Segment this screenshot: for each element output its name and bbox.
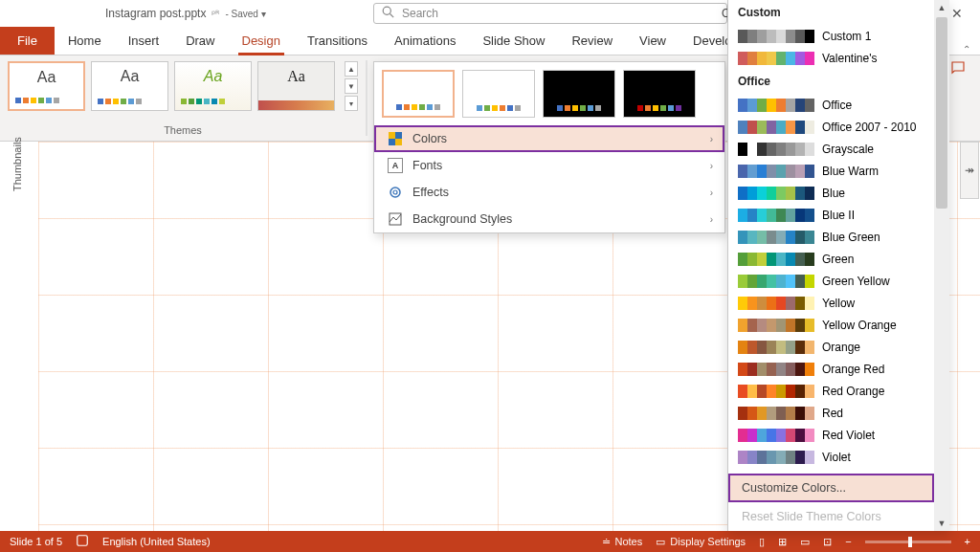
- theme-thumb-4[interactable]: Aa: [257, 61, 335, 111]
- theme-aa: Aa: [98, 68, 162, 85]
- spellcheck-icon[interactable]: [76, 534, 89, 549]
- view-normal-icon[interactable]: ▯: [759, 536, 765, 548]
- theme-aa: Aa: [181, 68, 245, 85]
- tab-home[interactable]: Home: [55, 26, 115, 55]
- comments-button[interactable]: [947, 57, 969, 78]
- variant-thumb-2[interactable]: [462, 70, 535, 118]
- theme-thumb-3[interactable]: Aa: [174, 61, 252, 111]
- color-scheme-yellow-orange[interactable]: Yellow Orange: [728, 314, 949, 336]
- zoom-slider[interactable]: [865, 541, 951, 543]
- color-scheme-orange[interactable]: Orange: [728, 336, 949, 358]
- colors-menu-item[interactable]: Colors ›: [374, 125, 724, 152]
- designer-pane-handle[interactable]: ↠: [960, 142, 979, 199]
- scheme-swatches: [738, 297, 814, 310]
- color-scheme-red-violet[interactable]: Red Violet: [728, 424, 949, 446]
- scheme-swatches: [738, 253, 814, 266]
- customize-colors-label: Customize Colors...: [742, 481, 846, 495]
- zoom-in-icon[interactable]: +: [965, 536, 970, 547]
- chevron-right-icon: ›: [710, 188, 713, 198]
- color-scheme-grayscale[interactable]: Grayscale: [728, 138, 949, 160]
- file-tab[interactable]: File: [0, 26, 55, 55]
- notes-icon: ≐: [602, 536, 611, 548]
- themes-group: Aa Aa Aa Aa ▲ ▼ ▾: [0, 55, 366, 141]
- tab-slide-show[interactable]: Slide Show: [469, 26, 558, 55]
- color-scheme-valentine-s[interactable]: Valentine's: [728, 47, 949, 69]
- svg-rect-3: [395, 132, 402, 139]
- close-icon: ✕: [951, 6, 963, 21]
- tab-review[interactable]: Review: [558, 26, 626, 55]
- scheme-swatches: [738, 319, 814, 332]
- theme-thumb-2[interactable]: Aa: [91, 61, 168, 111]
- view-reading-icon[interactable]: ▭: [800, 536, 810, 548]
- collapse-ribbon-icon[interactable]: ⌃: [963, 44, 970, 55]
- scheme-label: Yellow Orange: [822, 319, 897, 332]
- chevron-up-icon[interactable]: ▲: [345, 61, 358, 77]
- scheme-label: Green: [822, 253, 854, 266]
- view-slideshow-icon[interactable]: ⊡: [823, 536, 832, 548]
- chevron-right-icon: ›: [710, 134, 713, 144]
- tab-animations[interactable]: Animations: [381, 26, 469, 55]
- fonts-menu-item[interactable]: A Fonts ›: [374, 152, 724, 179]
- color-scheme-orange-red[interactable]: Orange Red: [728, 358, 949, 380]
- scheme-swatches: [738, 275, 814, 288]
- effects-label: Effects: [412, 186, 449, 199]
- color-scheme-office[interactable]: Office: [728, 94, 949, 116]
- tab-view[interactable]: View: [626, 26, 679, 55]
- theme-gallery[interactable]: Aa Aa Aa Aa ▲ ▼ ▾: [8, 61, 358, 111]
- expand-gallery-icon[interactable]: ▾: [345, 96, 358, 111]
- search-box[interactable]: Search: [373, 3, 727, 24]
- scroll-down-icon[interactable]: ▼: [934, 516, 949, 531]
- tab-draw[interactable]: Draw: [172, 26, 228, 55]
- scheme-label: Custom 1: [822, 30, 871, 43]
- scheme-label: Grayscale: [822, 143, 874, 156]
- chevron-down-icon[interactable]: ▼: [345, 78, 358, 94]
- customize-colors-button[interactable]: Customize Colors...: [728, 474, 934, 502]
- effects-menu-item[interactable]: Effects ›: [374, 179, 724, 206]
- color-scheme-violet[interactable]: Violet: [728, 446, 949, 468]
- chevron-right-icon: ›: [710, 161, 713, 171]
- zoom-out-icon[interactable]: −: [845, 536, 851, 547]
- theme-aa: Aa: [264, 68, 328, 85]
- view-sorter-icon[interactable]: ⊞: [778, 536, 787, 548]
- color-scheme-blue-ii[interactable]: Blue II: [728, 204, 949, 226]
- slide-counter[interactable]: Slide 1 of 5: [10, 536, 62, 547]
- saved-status[interactable]: - Saved ▾: [225, 9, 265, 19]
- scheme-label: Orange: [822, 341, 860, 354]
- tab-design[interactable]: Design: [229, 26, 294, 55]
- variant-thumbs-row: [374, 62, 724, 125]
- color-scheme-custom-1[interactable]: Custom 1: [728, 25, 949, 47]
- colors-label: Colors: [412, 132, 447, 145]
- theme-thumb-1[interactable]: Aa: [8, 61, 85, 111]
- scheme-swatches: [738, 143, 814, 156]
- color-scheme-green-yellow[interactable]: Green Yellow: [728, 270, 949, 292]
- scheme-label: Office 2007 - 2010: [822, 121, 917, 134]
- color-scheme-yellow[interactable]: Yellow: [728, 292, 949, 314]
- color-scheme-office-2007-2010[interactable]: Office 2007 - 2010: [728, 116, 949, 138]
- color-scheme-blue[interactable]: Blue: [728, 182, 949, 204]
- thumbnails-pane-label: Thumbnails: [11, 137, 23, 191]
- color-scheme-blue-green[interactable]: Blue Green: [728, 226, 949, 248]
- color-scheme-red-orange[interactable]: Red Orange: [728, 380, 949, 402]
- display-settings-button[interactable]: ▭ Display Settings: [656, 536, 746, 548]
- background-styles-menu-item[interactable]: Background Styles ›: [374, 206, 724, 232]
- reset-colors-label: Reset Slide Theme Colors: [742, 510, 881, 523]
- scroll-thumb[interactable]: [936, 17, 947, 209]
- language-indicator[interactable]: English (United States): [102, 536, 211, 547]
- svg-rect-5: [395, 139, 402, 145]
- scheme-swatches: [738, 451, 814, 464]
- color-scheme-green[interactable]: Green: [728, 248, 949, 270]
- color-scheme-blue-warm[interactable]: Blue Warm: [728, 160, 949, 182]
- variant-thumb-4[interactable]: [623, 70, 696, 118]
- scheme-scrollbar[interactable]: ▲ ▼: [934, 0, 949, 531]
- fonts-label: Fonts: [412, 159, 442, 172]
- tab-insert[interactable]: Insert: [115, 26, 173, 55]
- notes-button[interactable]: ≐ Notes: [602, 536, 643, 548]
- scroll-up-icon[interactable]: ▲: [934, 0, 949, 15]
- chevron-right-icon: ›: [710, 214, 713, 225]
- theme-gallery-scroll[interactable]: ▲ ▼ ▾: [345, 61, 358, 111]
- scheme-swatches: [738, 99, 814, 112]
- color-scheme-red[interactable]: Red: [728, 402, 949, 424]
- variant-thumb-1[interactable]: [382, 70, 455, 118]
- tab-transitions[interactable]: Transitions: [294, 26, 381, 55]
- variant-thumb-3[interactable]: [543, 70, 615, 118]
